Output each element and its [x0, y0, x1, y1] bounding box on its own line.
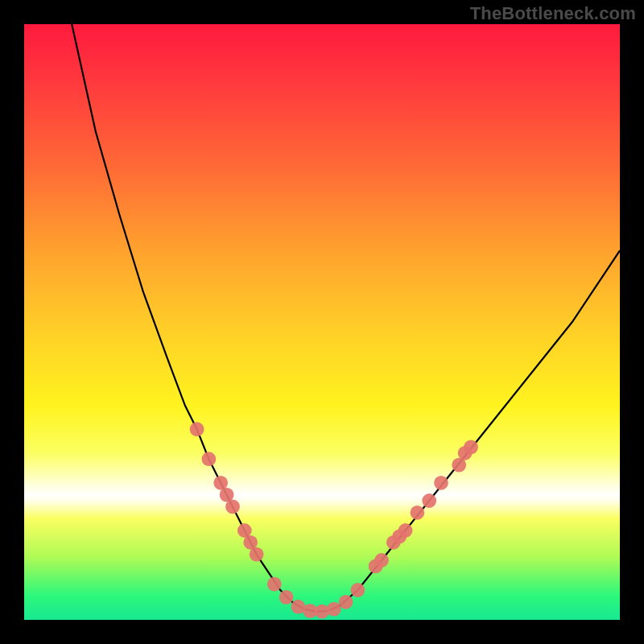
- plot-area: [24, 24, 620, 620]
- curve-line: [72, 24, 620, 612]
- data-marker: [315, 605, 329, 619]
- data-marker: [374, 553, 389, 568]
- data-marker: [422, 493, 436, 508]
- data-marker: [267, 577, 282, 592]
- data-marker: [250, 547, 264, 562]
- watermark-text: TheBottleneck.com: [470, 3, 636, 24]
- data-marker: [190, 422, 204, 436]
- data-marker: [339, 595, 353, 609]
- chart-frame: TheBottleneck.com: [0, 0, 644, 644]
- data-marker: [279, 590, 294, 605]
- data-marker: [434, 476, 448, 490]
- data-marker: [327, 602, 341, 617]
- data-marker: [202, 452, 217, 466]
- data-marker: [351, 583, 365, 597]
- data-marker: [411, 506, 425, 520]
- marker-group: [190, 422, 478, 618]
- data-marker: [398, 523, 413, 538]
- chart-svg: [24, 24, 620, 620]
- data-marker: [464, 440, 478, 455]
- data-marker: [225, 500, 240, 514]
